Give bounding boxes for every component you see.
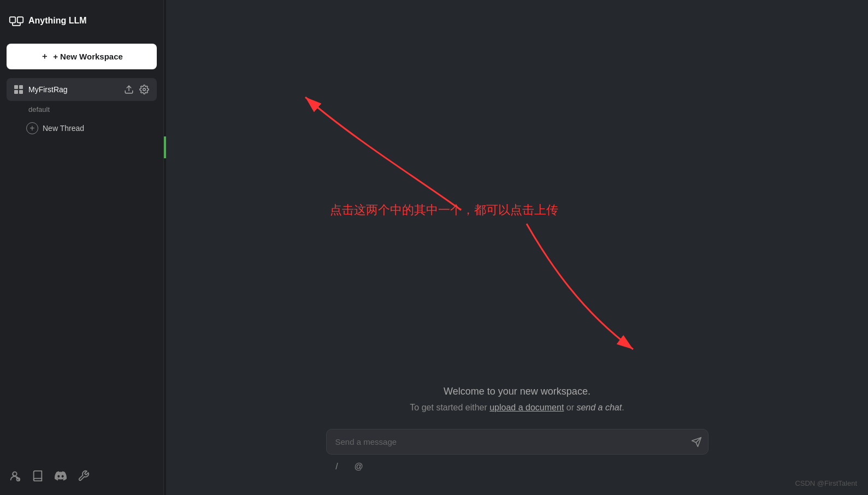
workspace-settings-button[interactable]: [138, 84, 150, 96]
settings-icon-button[interactable]: [78, 470, 90, 482]
at-icon: @: [354, 462, 363, 472]
gear-icon: [139, 85, 149, 94]
svg-rect-0: [10, 17, 16, 23]
welcome-section: Welcome to your new workspace. To get st…: [410, 386, 624, 413]
send-icon: [691, 437, 702, 448]
chat-input-container: / @: [326, 429, 708, 479]
workspace-item[interactable]: MyFirstRag: [7, 78, 157, 101]
get-started-middle: or: [564, 403, 576, 412]
new-workspace-button[interactable]: ＋ + New Workspace: [7, 44, 157, 69]
upload-docs-button[interactable]: [123, 84, 135, 96]
send-message-button[interactable]: [691, 437, 702, 448]
discord-icon-button[interactable]: [55, 470, 67, 482]
csdn-watermark: CSDN @FirstTalent: [795, 479, 857, 487]
app-logo-icon: [9, 13, 24, 28]
input-wrapper: [326, 429, 708, 455]
slash-icon: /: [335, 462, 338, 472]
new-thread-plus-icon: +: [26, 122, 38, 134]
agent-icon-button[interactable]: [9, 470, 21, 482]
sidebar-bottom: [7, 466, 157, 486]
slash-command-button[interactable]: /: [328, 458, 346, 475]
main-content: Welcome to your new workspace. To get st…: [166, 0, 868, 495]
chat-message-input[interactable]: [326, 429, 708, 455]
logo-area: Anything LLM: [7, 9, 157, 33]
library-icon-button[interactable]: [32, 470, 44, 482]
library-icon: [32, 470, 44, 482]
app-title: Anything LLM: [28, 16, 87, 26]
discord-icon: [55, 470, 67, 482]
chat-area: Welcome to your new workspace. To get st…: [166, 0, 868, 495]
workspace-grid-icon: [13, 84, 24, 95]
new-thread-button[interactable]: + New Thread: [7, 118, 157, 139]
sidebar: Anything LLM ＋ + New Workspace MyFirstRa…: [0, 0, 164, 495]
welcome-subtitle: To get started either upload a document …: [410, 403, 624, 413]
get-started-prefix: To get started either: [410, 403, 489, 412]
upload-document-link[interactable]: upload a document: [489, 403, 564, 412]
new-thread-label: New Thread: [43, 124, 84, 133]
send-chat-italic: send a chat: [576, 403, 622, 412]
workspace-name: MyFirstRag: [28, 85, 119, 94]
svg-rect-1: [17, 17, 23, 23]
default-thread-label: default: [7, 103, 157, 116]
input-toolbar: / @: [326, 455, 708, 479]
new-workspace-plus-icon: ＋: [40, 51, 49, 62]
welcome-title: Welcome to your new workspace.: [410, 386, 624, 397]
wrench-icon: [78, 470, 90, 482]
mention-button[interactable]: @: [350, 458, 368, 475]
new-workspace-label: + New Workspace: [53, 52, 123, 61]
upload-icon: [124, 85, 134, 94]
agent-icon: [9, 470, 21, 482]
workspace-actions: [123, 84, 150, 96]
get-started-suffix: .: [622, 403, 624, 412]
svg-point-6: [143, 88, 146, 91]
